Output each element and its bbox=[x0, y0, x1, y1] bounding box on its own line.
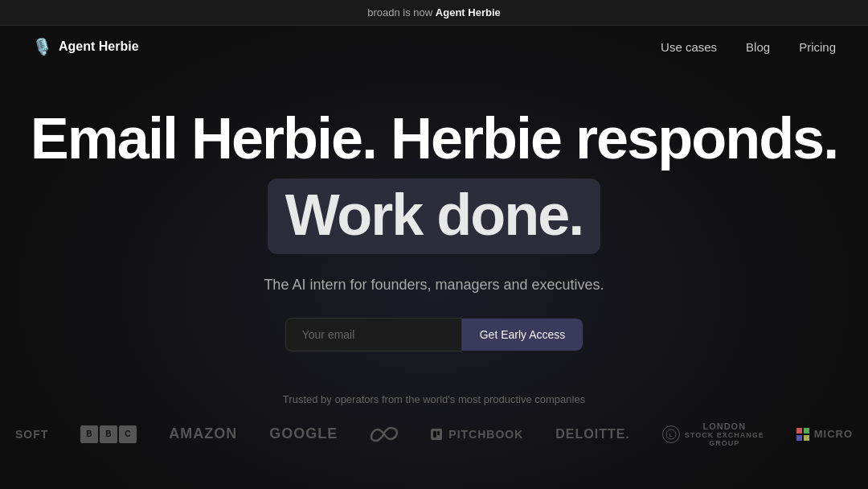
nav-blog[interactable]: Blog bbox=[746, 40, 770, 54]
logo-meta bbox=[370, 426, 399, 442]
navigation: 🎙️ Agent Herbie Use cases Blog Pricing bbox=[0, 26, 868, 68]
logo-text: Agent Herbie bbox=[59, 39, 139, 54]
svg-text:L: L bbox=[669, 433, 674, 438]
microsoft-grid-icon bbox=[796, 428, 809, 441]
email-form: Get Early Access bbox=[285, 318, 583, 351]
logo-icon: 🎙️ bbox=[32, 37, 52, 56]
hero-headline-line1: Email Herbie. Herbie responds. bbox=[31, 108, 837, 171]
logo-google: Google bbox=[269, 425, 338, 442]
announcement-text: broadn is now bbox=[367, 6, 436, 18]
lse-text: London Stock Exchange Group bbox=[685, 421, 764, 447]
ms-sq2 bbox=[804, 428, 809, 434]
lse-icon: L bbox=[662, 425, 680, 443]
svg-rect-2 bbox=[437, 431, 440, 435]
hero-section: Email Herbie. Herbie responds. Work done… bbox=[0, 68, 868, 393]
pitchbook-icon bbox=[431, 429, 442, 440]
trusted-section: Trusted by operators from the world's mo… bbox=[0, 393, 868, 447]
nav-links: Use cases Blog Pricing bbox=[661, 40, 836, 54]
lse-crest-icon: L bbox=[665, 429, 677, 440]
lse-line2: Stock Exchange bbox=[685, 431, 764, 439]
logos-row: soft B B C amazon Google PitchBoo bbox=[32, 421, 836, 447]
logo-microsoft: Micro bbox=[796, 428, 853, 441]
hero-headline-line2: Work done. bbox=[268, 179, 601, 254]
trusted-label: Trusted by operators from the world's mo… bbox=[32, 393, 836, 405]
nav-pricing[interactable]: Pricing bbox=[799, 40, 836, 54]
logo-bbc: B B C bbox=[80, 425, 137, 443]
announcement-link[interactable]: Agent Herbie bbox=[436, 6, 501, 18]
email-input[interactable] bbox=[285, 318, 462, 351]
hero-subtitle: The AI intern for founders, managers and… bbox=[264, 277, 604, 294]
cta-button[interactable]: Get Early Access bbox=[462, 318, 583, 351]
meta-icon bbox=[370, 426, 399, 442]
logo-amazon: amazon bbox=[169, 425, 237, 442]
logo-lse: L London Stock Exchange Group bbox=[662, 421, 764, 447]
bbc-box-b2: B bbox=[100, 425, 117, 443]
logo[interactable]: 🎙️ Agent Herbie bbox=[32, 37, 139, 56]
lse-line1: London bbox=[685, 421, 764, 431]
ms-sq4 bbox=[804, 435, 809, 441]
lse-line3: Group bbox=[685, 439, 764, 447]
svg-rect-1 bbox=[433, 431, 436, 438]
ms-sq3 bbox=[796, 435, 802, 441]
microsoft-label: Micro bbox=[814, 428, 853, 440]
bbc-box-c: C bbox=[119, 425, 137, 443]
nav-use-cases[interactable]: Use cases bbox=[661, 40, 717, 54]
logo-microsoft-partial: soft bbox=[15, 428, 48, 441]
announcement-bar: broadn is now Agent Herbie bbox=[0, 0, 868, 26]
bbc-box-b1: B bbox=[80, 425, 98, 443]
logo-deloitte: Deloitte. bbox=[555, 427, 630, 442]
ms-sq1 bbox=[796, 428, 802, 434]
logo-pitchbook: PitchBook bbox=[431, 428, 523, 441]
